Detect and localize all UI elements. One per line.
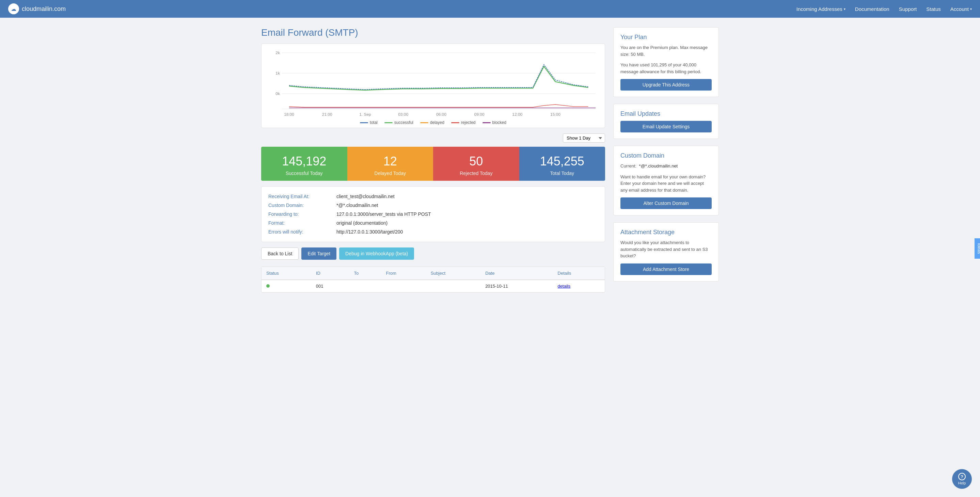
info-table: Receiving Email At: client_test@cloudmai… xyxy=(261,186,605,242)
custom-domain-current: Current: *@*.cloudmailin.net xyxy=(620,163,712,170)
nav-support[interactable]: Support xyxy=(899,6,917,12)
brand-logo[interactable]: ☁ cloudmailin.com xyxy=(8,3,66,14)
email-updates-card: Email Updates Email Update Settings xyxy=(613,104,719,139)
stat-successful-label: Successful Today xyxy=(267,170,342,176)
legend-blocked-line xyxy=(482,122,491,123)
svg-text:1k: 1k xyxy=(275,71,280,75)
info-row-format: Format: original (documentation) xyxy=(268,219,598,227)
nav-documentation[interactable]: Documentation xyxy=(855,6,889,12)
table-header: Status ID To From Subject Date Details xyxy=(261,267,605,280)
edit-target-button[interactable]: Edit Target xyxy=(301,248,336,260)
stat-rejected-label: Rejected Today xyxy=(439,170,514,176)
info-key-format: Format: xyxy=(268,220,336,226)
your-plan-desc2: You have used 101,295 of your 40,000 mes… xyxy=(620,62,712,75)
legend-blocked: blocked xyxy=(482,120,506,125)
nav-incoming-addresses[interactable]: Incoming Addresses ▾ xyxy=(797,6,845,12)
row-subject xyxy=(426,280,480,292)
svg-text:0k: 0k xyxy=(275,92,280,96)
add-attachment-store-button[interactable]: Add Attachment Store xyxy=(620,264,712,275)
info-val-format: original (documentation) xyxy=(336,220,388,226)
upgrade-address-button[interactable]: Upgrade This Address xyxy=(620,79,712,91)
attachment-storage-desc: Would you like your attachments to autom… xyxy=(620,239,712,259)
navbar: ☁ cloudmailin.com Incoming Addresses ▾ D… xyxy=(0,0,980,18)
stat-delayed-number: 12 xyxy=(353,154,428,168)
stat-successful: 145,192 Successful Today xyxy=(261,147,347,181)
legend-delayed: delayed xyxy=(420,120,444,125)
table-row: 001 2015-10-11 details xyxy=(261,280,605,292)
stat-total: 145,255 Total Today xyxy=(519,147,605,181)
row-date: 2015-10-11 xyxy=(480,280,553,292)
col-to: To xyxy=(349,267,381,280)
ideas-tab[interactable]: Ideas xyxy=(975,238,980,259)
info-val-domain: *@*.cloudmailin.net xyxy=(336,203,378,208)
logo-icon: ☁ xyxy=(8,3,19,14)
row-id: 001 xyxy=(311,280,349,292)
back-to-list-button[interactable]: Back to List xyxy=(261,248,299,260)
alter-custom-domain-button[interactable]: Alter Custom Domain xyxy=(620,197,712,209)
stat-delayed-label: Delayed Today xyxy=(353,170,428,176)
stat-successful-number: 145,192 xyxy=(267,154,342,168)
svg-text:15:00: 15:00 xyxy=(550,112,560,116)
stat-rejected-number: 50 xyxy=(439,154,514,168)
custom-domain-card: Custom Domain Current: *@*.cloudmailin.n… xyxy=(613,146,719,216)
info-row-forwarding: Forwarding to: 127.0.0.1:3000/server_tes… xyxy=(268,210,598,219)
info-row-domain: Custom Domain: *@*.cloudmailin.net xyxy=(268,201,598,210)
your-plan-title: Your Plan xyxy=(620,34,712,41)
details-link[interactable]: details xyxy=(558,284,571,289)
info-val-forwarding: 127.0.0.1:3000/server_tests via HTTP POS… xyxy=(336,211,431,217)
table-body: 001 2015-10-11 details xyxy=(261,280,605,292)
col-subject: Subject xyxy=(426,267,480,280)
info-key-forwarding: Forwarding to: xyxy=(268,211,336,217)
col-id: ID xyxy=(311,267,349,280)
info-key-email: Receiving Email At: xyxy=(268,194,336,199)
action-buttons: Back to List Edit Target Debug in Webhoo… xyxy=(261,248,605,260)
brand-name: cloudmailin.com xyxy=(22,5,66,13)
custom-domain-desc: Want to handle email for your own domain… xyxy=(620,174,712,194)
svg-text:09:00: 09:00 xyxy=(474,112,485,116)
legend-rejected: rejected xyxy=(451,120,476,125)
legend-total: total xyxy=(360,120,378,125)
info-key-domain: Custom Domain: xyxy=(268,203,336,208)
legend-successful: successful xyxy=(385,120,414,125)
stat-total-number: 145,255 xyxy=(525,154,600,168)
your-plan-card: Your Plan You are on the Premium plan. M… xyxy=(613,27,719,97)
nav-links: Incoming Addresses ▾ Documentation Suppo… xyxy=(797,6,972,12)
dropdown-arrow-icon: ▾ xyxy=(844,7,845,11)
chart-svg: 2k 1k 0k 18:00 21:00 1. Sep 03:00 06:00 … xyxy=(267,49,599,118)
col-details: Details xyxy=(553,267,605,280)
email-update-settings-button[interactable]: Email Update Settings xyxy=(620,121,712,132)
info-row-errors: Errors will notify: http://127.0.0.1:300… xyxy=(268,227,598,236)
stat-rejected: 50 Rejected Today xyxy=(433,147,519,181)
svg-text:1. Sep: 1. Sep xyxy=(359,112,371,116)
stat-delayed: 12 Delayed Today xyxy=(347,147,433,181)
custom-domain-title: Custom Domain xyxy=(620,152,712,159)
stats-row: 145,192 Successful Today 12 Delayed Toda… xyxy=(261,147,605,181)
row-from xyxy=(381,280,426,292)
info-row-email: Receiving Email At: client_test@cloudmai… xyxy=(268,192,598,201)
sidebar: Your Plan You are on the Premium plan. M… xyxy=(613,27,719,293)
row-to xyxy=(349,280,381,292)
svg-text:2k: 2k xyxy=(275,51,280,55)
row-details[interactable]: details xyxy=(553,280,605,292)
attachment-storage-card: Attachment Storage Would you like your a… xyxy=(613,222,719,281)
stat-total-label: Total Today xyxy=(525,170,600,176)
your-plan-desc1: You are on the Premium plan. Max message… xyxy=(620,44,712,57)
nav-account[interactable]: Account ▾ xyxy=(950,6,972,12)
attachment-storage-title: Attachment Storage xyxy=(620,229,712,236)
email-updates-title: Email Updates xyxy=(620,110,712,118)
data-table-wrap: Status ID To From Subject Date Details 0… xyxy=(261,267,605,293)
col-date: Date xyxy=(480,267,553,280)
chart-container: 2k 1k 0k 18:00 21:00 1. Sep 03:00 06:00 … xyxy=(261,44,605,128)
svg-text:03:00: 03:00 xyxy=(398,112,408,116)
col-from: From xyxy=(381,267,426,280)
chart-controls: Show 1 Day Show 1 Week Show 1 Month xyxy=(261,133,605,143)
legend-rejected-line xyxy=(451,122,459,123)
legend-total-line xyxy=(360,122,368,123)
time-range-select[interactable]: Show 1 Day Show 1 Week Show 1 Month xyxy=(563,133,605,143)
nav-status[interactable]: Status xyxy=(926,6,941,12)
status-dot-icon xyxy=(266,284,270,287)
info-val-email: client_test@cloudmailin.net xyxy=(336,194,395,199)
chart-legend: total successful delayed rejected blocke… xyxy=(267,120,599,125)
legend-delayed-line xyxy=(420,122,428,123)
debug-button[interactable]: Debug in WebhookApp (beta) xyxy=(339,248,414,260)
